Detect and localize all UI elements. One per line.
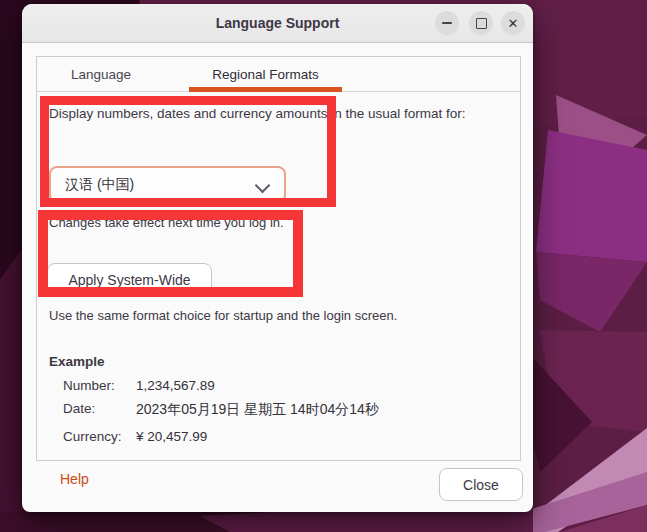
example-row-currency: Currency: ¥ 20,457.99 [63, 429, 207, 444]
example-number-label: Number: [63, 378, 136, 393]
help-link[interactable]: Help [60, 471, 89, 487]
close-icon: ✕ [508, 17, 519, 30]
maximize-icon [476, 18, 487, 29]
change-note-label: Changes take effect next time you log in… [49, 215, 284, 230]
regional-format-selected-value: 汉语 (中国) [65, 176, 134, 194]
close-dialog-button[interactable]: Close [439, 468, 523, 501]
language-support-window: Language Support ✕ Language Regional For… [22, 4, 533, 512]
example-date-label: Date: [63, 401, 136, 419]
maximize-button[interactable] [469, 11, 493, 35]
example-heading: Example [49, 354, 105, 369]
minimize-button[interactable] [435, 11, 459, 35]
example-currency-label: Currency: [63, 429, 136, 444]
tab-language[interactable]: Language [49, 57, 153, 91]
example-currency-value: ¥ 20,457.99 [136, 429, 207, 444]
minimize-icon [442, 22, 452, 24]
regional-format-select[interactable]: 汉语 (中国) [49, 166, 286, 203]
close-window-button[interactable]: ✕ [501, 11, 525, 35]
chevron-down-icon [255, 178, 271, 194]
example-row-date: Date: 2023年05月19日 星期五 14时04分14秒 [63, 401, 379, 419]
display-format-label: Display numbers, dates and currency amou… [49, 106, 465, 121]
example-row-number: Number: 1,234,567.89 [63, 378, 215, 393]
tab-regional-formats[interactable]: Regional Formats [189, 57, 342, 91]
settings-notebook: Language Regional Formats Display number… [36, 56, 521, 461]
desktop: Language Support ✕ Language Regional For… [0, 0, 647, 532]
example-date-value: 2023年05月19日 星期五 14时04分14秒 [136, 401, 379, 419]
titlebar[interactable]: Language Support ✕ [22, 4, 533, 43]
regional-formats-panel: Display numbers, dates and currency amou… [37, 91, 520, 460]
apply-note-label: Use the same format choice for startup a… [49, 308, 397, 323]
tab-bar: Language Regional Formats [37, 57, 520, 92]
example-number-value: 1,234,567.89 [136, 378, 215, 393]
apply-system-wide-button[interactable]: Apply System-Wide [47, 263, 212, 296]
